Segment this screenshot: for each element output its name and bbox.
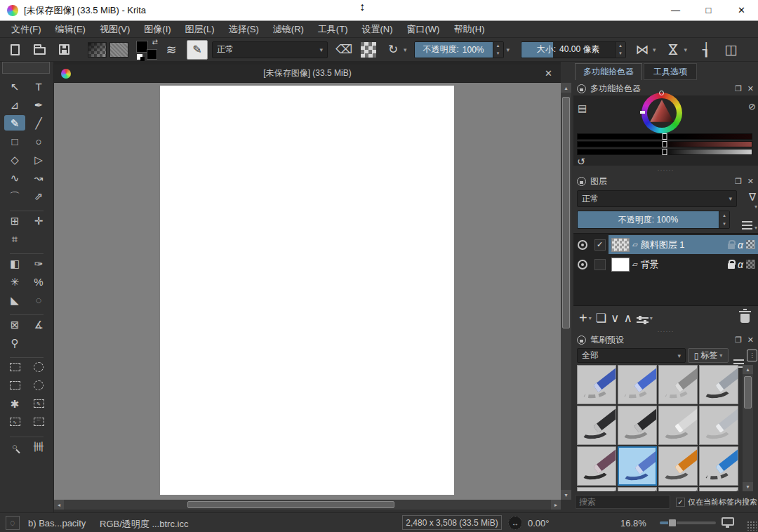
fill-block[interactable]: [658, 406, 698, 445]
polyline-tool[interactable]: ▷: [28, 152, 49, 167]
layer-row-paint-layer[interactable]: ✓ ▱ 颜料图层 1 α: [573, 235, 758, 254]
marker-details[interactable]: [618, 406, 657, 445]
transform-tool[interactable]: ⊞: [4, 213, 25, 228]
preset-14[interactable]: [618, 487, 657, 491]
edit-shapes-tool[interactable]: ⊿: [4, 97, 25, 112]
scroll-down-icon[interactable]: ▾: [743, 482, 753, 491]
fg-bg-color-selector[interactable]: ⇄: [135, 40, 158, 60]
blend-mode-dropdown[interactable]: 正常 ▾: [212, 41, 328, 58]
layer-checkbox[interactable]: [591, 259, 609, 270]
alpha-lock-icon[interactable]: α: [738, 239, 743, 251]
mirror-v-dropdown-icon[interactable]: ▾: [684, 46, 688, 53]
rect-select-tool[interactable]: [4, 359, 25, 375]
menu-item[interactable]: 窗口(W): [400, 21, 447, 38]
text-tool[interactable]: T: [28, 79, 49, 94]
properties-dropdown-icon[interactable]: ▾: [650, 315, 653, 321]
paint-wet[interactable]: [577, 446, 616, 486]
add-layer-dropdown-icon[interactable]: ▾: [589, 315, 592, 321]
slider-marker[interactable]: [663, 141, 667, 147]
brush-scroll-thumb[interactable]: [744, 376, 752, 408]
tool-button[interactable]: [10, 248, 44, 254]
zoom-slider-knob[interactable]: [668, 519, 677, 527]
layer-thumbnail[interactable]: [611, 258, 630, 272]
size-spinner[interactable]: ▴ ▾: [615, 42, 625, 58]
layer-filter-icon[interactable]: ∇: [749, 191, 756, 204]
color-slider-3[interactable]: [577, 149, 752, 155]
spin-down-icon[interactable]: ▾: [719, 220, 729, 228]
basic-opacity[interactable]: [618, 446, 657, 486]
move-tool[interactable]: ✛: [28, 213, 49, 228]
tab-tool-options[interactable]: 工具选项: [644, 63, 697, 80]
multibrush-tool[interactable]: ⇗: [28, 188, 49, 204]
rectangle-tool[interactable]: □: [4, 133, 25, 149]
calligraphy-tool[interactable]: ✒: [28, 97, 49, 112]
layer-options-menu-icon[interactable]: [742, 216, 752, 229]
reload-preset-button[interactable]: ↻: [384, 41, 402, 59]
magnetic-select-tool[interactable]: ⌒: [28, 414, 49, 430]
current-preset-label[interactable]: b) Bas...pacity: [28, 518, 86, 528]
minimize-button[interactable]: —: [659, 0, 692, 21]
preset-filter-dropdown[interactable]: 全部 ▾: [577, 348, 686, 363]
menu-item[interactable]: 设置(N): [354, 21, 399, 38]
brush-grid-scrollbar[interactable]: ▴ ▾: [743, 365, 753, 491]
scroll-up-icon[interactable]: ▴: [743, 365, 753, 374]
dynamic-brush-tool[interactable]: ⌒: [4, 188, 25, 204]
vertical-scroll-thumb[interactable]: [562, 97, 570, 328]
move-layer-up-button[interactable]: ∧: [623, 311, 632, 326]
layer-properties-button[interactable]: ▾: [637, 315, 653, 321]
scroll-down-icon[interactable]: ▾: [561, 490, 571, 500]
color-slider-2[interactable]: [577, 141, 752, 147]
layer-blend-mode-dropdown[interactable]: 正常 ▾: [577, 190, 737, 207]
rotation-angle-value[interactable]: 0.00°: [528, 518, 550, 528]
maximize-button[interactable]: □: [692, 0, 725, 21]
close-button[interactable]: ✕: [725, 0, 758, 21]
alpha-lock-icon[interactable]: α: [738, 259, 743, 270]
layer-visibility-toggle[interactable]: [573, 240, 591, 250]
save-button[interactable]: [55, 41, 73, 59]
horizontal-scroll-thumb[interactable]: [187, 501, 394, 508]
spin-down-icon[interactable]: ▾: [493, 50, 503, 58]
menu-item[interactable]: 滤镜(R): [266, 21, 311, 38]
opacity-slider[interactable]: 不透明度: 100% ▴ ▾: [414, 41, 504, 58]
zoom-slider[interactable]: [660, 521, 716, 524]
tool-button[interactable]: [10, 309, 44, 315]
gradient-tool[interactable]: ◧: [4, 255, 25, 271]
reset-colors-icon[interactable]: [137, 54, 142, 60]
ink-gpen[interactable]: [699, 406, 738, 445]
preset-15[interactable]: [658, 487, 698, 491]
zoom-percent-value[interactable]: 16.8%: [620, 518, 646, 528]
menu-item[interactable]: 视图(V): [93, 21, 137, 38]
inherit-alpha-icon[interactable]: [746, 260, 755, 269]
details-round[interactable]: [658, 446, 698, 486]
docker-splitter[interactable]: ······: [573, 167, 758, 173]
menu-item[interactable]: 选择(S): [221, 21, 265, 38]
layer-name[interactable]: 背景: [641, 258, 725, 271]
assistants-tool[interactable]: ⊠: [4, 317, 25, 332]
crop-tool[interactable]: ⌗: [4, 231, 25, 246]
choose-brush-preset-button[interactable]: ≋: [162, 41, 180, 59]
docker-lock-icon[interactable]: [577, 84, 586, 93]
tool-button[interactable]: [10, 431, 44, 437]
reference-images-tool[interactable]: ⚲: [4, 335, 25, 350]
pencil-blue[interactable]: [699, 446, 738, 486]
color-profile-label[interactable]: RGB/透明度 ...btrc.icc: [100, 518, 188, 531]
enclose-fill-tool[interactable]: ◌: [28, 292, 49, 307]
smart-patch-tool[interactable]: %: [28, 274, 49, 289]
color-slider-1[interactable]: [577, 133, 752, 140]
new-document-button[interactable]: [6, 41, 24, 59]
layer-row-background[interactable]: ▱ 背景 α: [573, 255, 758, 274]
colorize-mask-tool[interactable]: ✳: [4, 274, 25, 289]
gradient-chooser-button[interactable]: [88, 42, 107, 58]
spin-down-icon[interactable]: ▾: [616, 50, 625, 58]
zoom-tool[interactable]: ○: [4, 439, 25, 454]
layer-checkbox[interactable]: ✓: [591, 239, 609, 251]
edit-brush-settings-button[interactable]: ✎: [187, 40, 208, 60]
background-color-swatch[interactable]: [147, 50, 157, 59]
hue-marker[interactable]: [659, 91, 664, 95]
layer-thumbnail[interactable]: [611, 238, 630, 252]
open-document-button[interactable]: [30, 41, 48, 59]
lock-icon[interactable]: [728, 244, 735, 249]
fit-to-screen-icon[interactable]: [722, 517, 734, 526]
search-input[interactable]: [575, 495, 670, 509]
foreground-color-swatch[interactable]: [137, 41, 147, 52]
